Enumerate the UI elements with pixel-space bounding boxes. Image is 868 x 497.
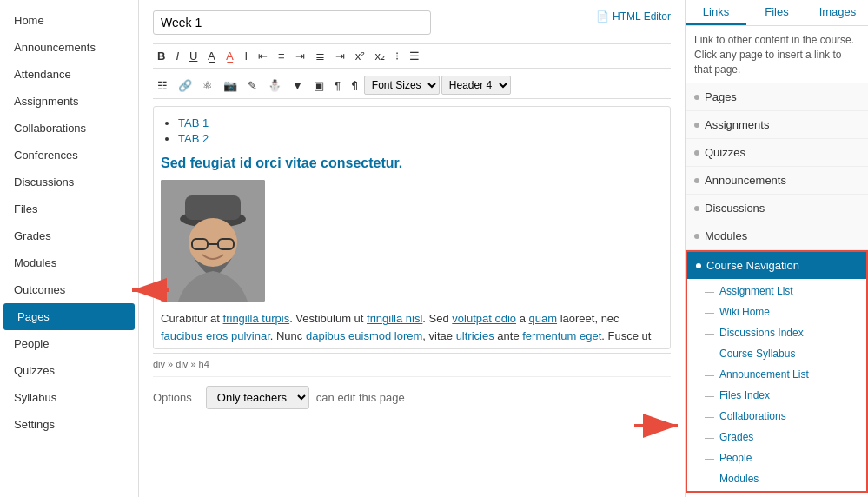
link-group-items-course-navigation: —Assignment List—Wiki Home—Discussions I… (687, 279, 866, 491)
tab1-link[interactable]: TAB 1 (178, 116, 209, 129)
link-faucibus[interactable]: faucibus eros pulvinar (161, 329, 270, 342)
tab2-link[interactable]: TAB 2 (178, 132, 209, 145)
link-volutpat[interactable]: volutpat odio (452, 312, 516, 325)
header-select[interactable]: Header 4 (441, 76, 511, 95)
link-group-header-modules[interactable]: Modules (686, 222, 868, 249)
underline-button[interactable]: U (185, 48, 202, 64)
link-item-collaborations[interactable]: —Collaborations (687, 406, 866, 427)
pencil-button[interactable]: ✎ (243, 77, 262, 94)
right-tab-images[interactable]: Images (807, 0, 868, 25)
link-item-files-index[interactable]: —Files Index (687, 385, 866, 406)
link-item-wiki-home[interactable]: —Wiki Home (687, 302, 866, 322)
ordered-list-button[interactable]: ☰ (405, 48, 424, 64)
align-right-button[interactable]: ⇥ (291, 48, 309, 64)
person-image (161, 180, 265, 302)
link-item-assignment-list[interactable]: —Assignment List (687, 281, 866, 302)
link-quam[interactable]: quam (529, 312, 558, 325)
link-group-header-assignments[interactable]: Assignments (686, 111, 868, 138)
link-aliquet[interactable]: aliquet gravida (370, 346, 444, 349)
italic-button[interactable]: I (171, 48, 183, 64)
sidebar-item-grades[interactable]: Grades (0, 222, 138, 249)
sidebar-item-attendance[interactable]: Attendance (0, 61, 138, 88)
dot-icon (694, 206, 699, 211)
link-group-assignments: Assignments (686, 111, 868, 139)
link-group-quizzes: Quizzes (686, 139, 868, 167)
dash-icon: — (705, 307, 714, 317)
sidebar-item-announcements[interactable]: Announcements (0, 34, 138, 61)
page-title-input[interactable] (153, 10, 431, 35)
link-item-modules[interactable]: —Modules (687, 468, 866, 489)
sidebar-item-quizzes[interactable]: Quizzes (0, 357, 138, 384)
options-suffix: can edit this page (316, 391, 405, 404)
dot-icon (694, 123, 699, 128)
link-group-header-discussions[interactable]: Discussions (686, 195, 868, 222)
html-editor-button[interactable]: 📄 HTML Editor (596, 10, 671, 23)
font-color-button[interactable]: A̲ (203, 48, 220, 64)
indent-button[interactable]: ⇥ (331, 48, 349, 64)
sidebar-item-home[interactable]: Home (0, 7, 138, 34)
sidebar-item-files[interactable]: Files (0, 195, 138, 222)
html-icon: 📄 (596, 10, 609, 23)
breadcrumb: div » div » h4 (153, 353, 671, 369)
link-group-header-pages[interactable]: Pages (686, 83, 868, 110)
table-button[interactable]: ☷ (153, 77, 172, 94)
align-center-button[interactable]: ≡ (274, 48, 289, 64)
bold-button[interactable]: B (153, 48, 169, 64)
link-group-header-course-navigation[interactable]: Course Navigation (687, 252, 866, 279)
link-group-course-navigation: Course Navigation—Assignment List—Wiki H… (686, 250, 868, 493)
options-label: Options (153, 391, 192, 404)
dash-icon: — (705, 328, 714, 338)
dash-icon: — (705, 286, 714, 296)
para2-button[interactable]: ¶̇ (347, 77, 362, 94)
sidebar-item-collaborations[interactable]: Collaborations (0, 115, 138, 142)
link-item-people[interactable]: —People (687, 447, 866, 468)
sidebar-item-people[interactable]: People (0, 330, 138, 357)
sidebar-item-conferences[interactable]: Conferences (0, 142, 138, 169)
editor-content-area[interactable]: TAB 1 TAB 2 Sed feugiat id orci vitae co… (153, 106, 671, 349)
link-groups: PagesAssignmentsQuizzesAnnouncementsDisc… (686, 83, 868, 493)
superscript-button[interactable]: x² (351, 48, 369, 64)
box-button[interactable]: ▣ (309, 77, 328, 94)
sidebar-item-settings[interactable]: Settings (0, 411, 138, 438)
link-ultricies[interactable]: ultricies (456, 329, 494, 342)
image-button[interactable]: 📷 (219, 77, 242, 94)
right-tab-links[interactable]: Links (686, 0, 746, 25)
dash-icon: — (705, 411, 714, 421)
link-dapibus[interactable]: dapibus euismod lorem (306, 329, 422, 342)
link-fermentum[interactable]: fermentum eget (522, 329, 601, 342)
toolbar-row-2: ☷ 🔗 ⚛ 📷 ✎ ⛄ ▼ ▣ ¶ ¶̇ Font Sizes Header 4 (153, 72, 671, 99)
special-char-button[interactable]: ⚛ (198, 77, 217, 94)
link-item-grades[interactable]: —Grades (687, 427, 866, 447)
sidebar-item-discussions[interactable]: Discussions (0, 169, 138, 195)
strikethrough-button[interactable]: I (240, 48, 252, 64)
sidebar-item-pages[interactable]: Pages (3, 303, 135, 330)
font-sizes-select[interactable]: Font Sizes (364, 76, 440, 95)
link-item-announcement-list[interactable]: —Announcement List (687, 364, 866, 385)
link-group-header-announcements[interactable]: Announcements (686, 167, 868, 194)
link-fringilla[interactable]: fringilla turpis (223, 312, 290, 325)
link-fringilla-nisl[interactable]: fringilla nisl (367, 312, 422, 325)
link-group-header-quizzes[interactable]: Quizzes (686, 139, 868, 166)
right-tab-files[interactable]: Files (746, 0, 807, 25)
right-panel-description: Link to other content in the course. Cli… (686, 26, 868, 83)
para-button[interactable]: ¶ (330, 77, 345, 94)
dot-icon (694, 95, 699, 100)
unordered-list-button[interactable]: ⁝ (391, 48, 403, 64)
sidebar-item-assignments[interactable]: Assignments (0, 88, 138, 115)
sidebar-item-modules[interactable]: Modules (0, 249, 138, 276)
subscript-button[interactable]: x₂ (370, 48, 389, 64)
link-item-course-syllabus[interactable]: —Course Syllabus (687, 343, 866, 364)
toolbar-row-1: B I U A̲ A̲ I ⇤ ≡ ⇥ ≣ ⇥ x² x₂ ⁝ ☰ (153, 43, 671, 69)
media-button[interactable]: ▼ (288, 77, 308, 94)
dash-icon: — (705, 390, 714, 401)
sidebar-item-syllabus[interactable]: Syllabus (0, 384, 138, 411)
link-placerat[interactable]: placerat enim (161, 346, 229, 349)
sidebar-item-outcomes[interactable]: Outcomes (0, 276, 138, 303)
link-item-discussions-index[interactable]: —Discussions Index (687, 322, 866, 343)
align-left-button[interactable]: ⇤ (254, 48, 272, 64)
highlight-button[interactable]: A̲ (222, 48, 238, 64)
options-select[interactable]: Only teachers (206, 386, 309, 409)
flash-button[interactable]: ⛄ (263, 77, 286, 94)
link-button[interactable]: 🔗 (174, 77, 196, 94)
justify-button[interactable]: ≣ (311, 48, 329, 64)
